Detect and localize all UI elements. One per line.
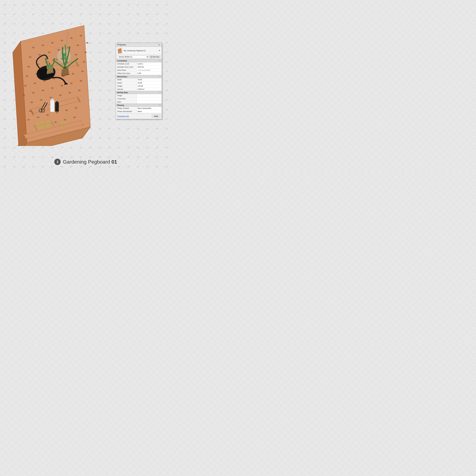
watermark-cell: RD (122, 132, 135, 145)
watermark-cell: RD (27, 151, 40, 164)
svg-point-11 (48, 51, 51, 53)
watermark-cell: RD (0, 160, 11, 171)
watermark-cell: RD (151, 8, 164, 21)
svg-point-41 (61, 85, 63, 86)
svg-point-21 (75, 54, 77, 55)
prop-label-depth: Depth (116, 81, 136, 85)
section-identity-label: Identity Data (117, 92, 128, 93)
svg-point-43 (80, 80, 82, 82)
properties-help-link[interactable]: Properties help (117, 115, 129, 117)
panel-header: RD_Gardening Pegboard 01 ▼ (116, 47, 162, 55)
panel-close-button[interactable]: ✕ (158, 44, 160, 46)
panel-dropdown-row: Generic Models (1) Edit Type (116, 55, 162, 59)
svg-rect-94 (50, 100, 54, 112)
watermark-cell: RD (93, 27, 106, 40)
prop-label-volume: Volume (116, 88, 136, 91)
prop-value-comments[interactable] (136, 97, 162, 100)
watermark-cell: RD (122, 0, 135, 11)
section-phasing[interactable]: Phasing ⌃ (116, 104, 162, 107)
section-identity-collapse: ⌃ (159, 92, 160, 93)
watermark-cell: RD (132, 160, 145, 171)
prop-value-phase-demolished: None (136, 110, 162, 113)
svg-point-47 (59, 94, 62, 96)
watermark-cell: RD (122, 141, 135, 154)
svg-point-114 (120, 49, 120, 49)
svg-point-119 (119, 51, 119, 51)
watermark-cell: RD (17, 0, 30, 11)
edit-type-button[interactable]: Edit Type (150, 55, 160, 58)
svg-point-117 (120, 50, 120, 50)
watermark-cell: RD (151, 141, 164, 154)
watermark-cell: RD (160, 132, 171, 145)
watermark-cell: RD (103, 17, 116, 30)
section-dimensions[interactable]: Dimensions ⌃ (116, 75, 162, 78)
watermark-cell: RD (151, 151, 164, 164)
watermark-cell: RD (113, 8, 125, 21)
watermark-cell: RD (93, 113, 106, 125)
panel-type-dropdown[interactable]: Generic Models (1) (117, 55, 149, 58)
watermark-cell: RD (160, 160, 171, 171)
watermark-cell: RD (160, 27, 171, 40)
prop-row-comments: Comments (116, 97, 162, 101)
svg-point-4 (42, 44, 44, 46)
watermark-cell: RD (132, 27, 145, 40)
watermark-cell: RD (160, 141, 171, 154)
prop-value-elevation[interactable]: 2579.22 (136, 66, 162, 68)
watermark-cell: RD (93, 8, 106, 21)
watermark-cell: RD (93, 93, 106, 106)
section-phasing-label: Phasing (117, 104, 124, 106)
watermark-cell: RD (103, 132, 116, 145)
svg-point-118 (121, 50, 121, 50)
section-constraints[interactable]: Constraints ⌃ (116, 59, 162, 62)
watermark-cell: RD (93, 36, 106, 49)
prop-value-image[interactable] (136, 94, 162, 97)
prop-row-schedule-level: Schedule Level Level 1 (116, 62, 162, 66)
watermark-cell: RD (74, 0, 87, 11)
watermark-cell: RD (93, 46, 106, 59)
watermark-cell: RD (141, 0, 154, 11)
prop-value-width: 70.00 (136, 78, 162, 81)
svg-point-14 (76, 44, 79, 46)
svg-point-6 (61, 40, 63, 41)
label-part2: 01 (111, 159, 117, 165)
properties-panel: Properties ✕ RD_Gardening Pegboard 01 ▼ (116, 43, 162, 119)
svg-rect-95 (51, 98, 53, 100)
number-badge: 2 (54, 159, 61, 165)
svg-point-60 (65, 109, 68, 111)
svg-point-66 (73, 117, 76, 118)
svg-point-42 (70, 83, 73, 84)
svg-rect-97 (55, 102, 59, 112)
svg-point-40 (51, 87, 54, 89)
apply-button[interactable]: Apply (152, 115, 160, 118)
watermark-cell: RD (8, 160, 21, 171)
watermark-cell: RD (132, 141, 145, 154)
section-dimensions-label: Dimensions (117, 76, 127, 78)
illustration-area (8, 16, 95, 146)
prop-label-schedule-level: Schedule Level (116, 62, 136, 65)
watermark-cell: RD (151, 160, 164, 171)
prop-label-elevation: Elevation from Level (116, 66, 136, 68)
label-part1: Gardening Pegboard (63, 159, 111, 165)
watermark-cell: RD (55, 0, 68, 11)
watermark-cell: RD (132, 122, 145, 135)
prop-value-workplane: <not associated> (136, 69, 162, 72)
prop-row-offset: Offset from Host 0.00 (116, 72, 162, 75)
svg-point-58 (46, 114, 49, 116)
svg-rect-125 (151, 57, 151, 57)
watermark-cell: RD (151, 132, 164, 145)
prop-row-width: Width 70.00 (116, 78, 162, 81)
section-identity[interactable]: Identity Data ⌃ (116, 91, 162, 94)
watermark-cell: RD (27, 160, 40, 171)
watermark-cell: RD (103, 0, 116, 11)
watermark-cell: RD (103, 113, 116, 125)
prop-value-depth: 16.00 (136, 81, 162, 85)
svg-point-23 (26, 75, 28, 77)
watermark-cell: RD (132, 8, 145, 21)
prop-value-schedule-level[interactable]: Level 1 (136, 62, 162, 65)
watermark-cell: RD (93, 74, 106, 87)
watermark-cell: RD (113, 141, 125, 154)
prop-value-offset[interactable]: 0.00 (136, 72, 162, 75)
watermark-cell: RD (103, 74, 116, 87)
watermark-cell: RD (160, 122, 171, 135)
prop-value-mark[interactable] (136, 101, 162, 103)
